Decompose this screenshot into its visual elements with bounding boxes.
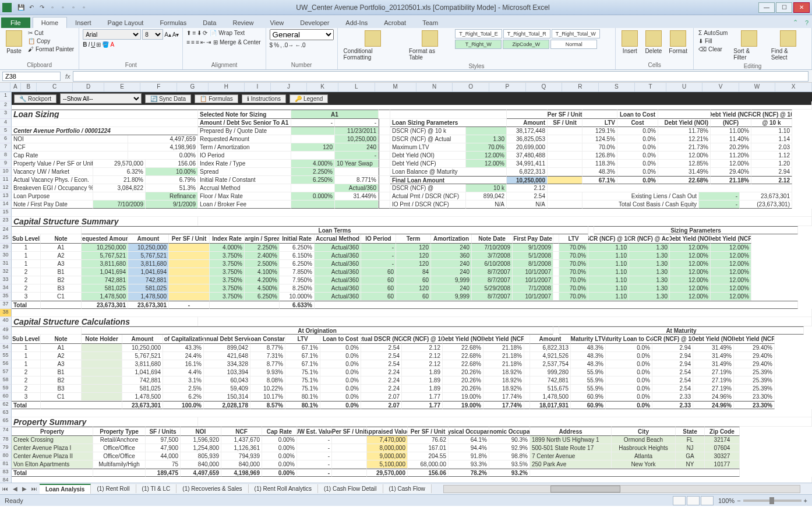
tab-pagelayout[interactable]: Page Layout — [100, 17, 152, 28]
tab-home[interactable]: Home — [33, 17, 67, 28]
tab-data[interactable]: Data — [195, 17, 224, 28]
normal-view-icon[interactable] — [673, 496, 686, 505]
sheet-tab[interactable]: (1) Rent Roll — [91, 484, 136, 493]
align-left-icon[interactable]: ≡ — [186, 39, 190, 45]
format-button[interactable]: Format — [666, 29, 690, 55]
insert-button[interactable]: Insert — [619, 29, 640, 55]
qa-icon[interactable]: ▫ — [48, 3, 57, 12]
cell-styles-gallery[interactable]: T_Right_Total_E T_Right_Total_R T_Right_… — [455, 29, 612, 49]
formula-input[interactable] — [73, 71, 809, 82]
table-row[interactable]: 32 2 B1 1,041,694 1,041,694 3.750% 4.100… — [0, 268, 812, 276]
align-top-icon[interactable]: ⬆ — [186, 30, 191, 36]
font-color-button[interactable]: A — [110, 41, 114, 48]
orientation-icon[interactable]: ⟳ — [203, 30, 207, 36]
comma-icon[interactable]: , — [280, 42, 282, 48]
inc-decimal-icon[interactable]: .0→ — [283, 42, 294, 48]
underline-button[interactable]: U — [91, 41, 95, 48]
italic-button[interactable]: I — [88, 41, 90, 48]
number-format-select[interactable]: General — [270, 29, 334, 40]
fill-button[interactable]: ⬇ Fill — [697, 37, 729, 45]
table-row[interactable]: 80 Center Avenue Plaza II Office/Office … — [0, 452, 812, 460]
sheet-tab-loan-analysis[interactable]: Loan Analysis — [40, 484, 91, 494]
horizontal-scrollbar[interactable] — [443, 485, 800, 493]
conditional-formatting-button[interactable]: Conditional Formatting — [341, 29, 404, 62]
font-size-select[interactable]: 8 — [142, 29, 163, 40]
fill-color-button[interactable]: 🪣 — [102, 41, 109, 48]
format-as-table-button[interactable]: Format as Table — [407, 29, 453, 62]
next-sheet-icon[interactable]: ▶ — [20, 486, 29, 492]
table-row[interactable]: 56 1 A3 3,811,680 16.1% 334,328 8.77% 67… — [0, 360, 812, 368]
sheet-tab[interactable]: (1) Cash Flow — [383, 484, 432, 493]
table-row[interactable]: 59 2 B3 581,025 2.5% 59,409 10.22% 75.1%… — [0, 385, 812, 393]
first-sheet-icon[interactable]: ⏮ — [0, 486, 10, 492]
wrap-text-button[interactable]: 📄 Wrap Text — [209, 29, 246, 37]
paste-button[interactable]: Paste — [3, 29, 24, 55]
table-row[interactable]: 55 1 A2 5,767,521 24.4% 421,648 7.31% 67… — [0, 352, 812, 360]
tab-insert[interactable]: Insert — [67, 17, 100, 28]
prev-sheet-icon[interactable]: ◀ — [10, 486, 20, 492]
align-middle-icon[interactable]: ≡ — [192, 30, 196, 36]
align-center-icon[interactable]: ≡ — [191, 39, 195, 45]
tab-team[interactable]: Team — [414, 17, 446, 28]
page-break-view-icon[interactable] — [701, 496, 714, 505]
dec-decimal-icon[interactable]: ←.0 — [295, 42, 305, 48]
fx-icon[interactable]: fx — [65, 73, 70, 80]
table-row[interactable]: 60 3 C1 1,478,500 6.2% 150,314 10.17% 80… — [0, 393, 812, 401]
table-row[interactable]: 78 Creek Crossing Retail/Anchore 97,500 … — [0, 436, 812, 444]
table-row[interactable]: 81 Von Elton Apartments Multifamily/High… — [0, 460, 812, 469]
help-icon[interactable]: ? — [802, 17, 812, 28]
table-row[interactable]: 54 1 A1 10,250,000 43.3% 899,042 8.77% 6… — [0, 344, 812, 352]
copy-button[interactable]: 📋 Copy — [27, 37, 75, 45]
undo-icon[interactable]: ↶ — [27, 3, 36, 12]
find-select-button[interactable]: Find & Select — [769, 29, 808, 62]
tab-developer[interactable]: Developer — [292, 17, 337, 28]
bold-button[interactable]: B — [83, 41, 87, 48]
decrease-font-icon[interactable]: A▾ — [172, 31, 179, 38]
table-row[interactable]: 79 Center Avenue Plaza I Office/Office 4… — [0, 444, 812, 452]
currency-icon[interactable]: $ — [270, 42, 273, 48]
tab-addins[interactable]: Add-Ins — [337, 17, 376, 28]
tab-file[interactable]: File — [1, 17, 30, 28]
sort-filter-button[interactable]: Sort & Filter — [731, 29, 767, 62]
align-right-icon[interactable]: ≡ — [196, 39, 199, 45]
table-row[interactable]: 31 1 A3 3,811,680 3,811,680 3.750% 2.500… — [0, 260, 812, 268]
table-row[interactable]: 34 2 B3 581,025 581,025 3.750% 4.500% 8.… — [0, 284, 812, 293]
qa-icon[interactable]: ▫ — [69, 3, 78, 12]
last-sheet-icon[interactable]: ⏭ — [29, 486, 40, 492]
increase-font-icon[interactable]: A▴ — [164, 31, 171, 38]
table-row[interactable]: 33 2 B2 742,881 742,881 3.750% 4.200% 7.… — [0, 276, 812, 284]
autosum-button[interactable]: Σ AutoSum — [697, 29, 729, 37]
maximize-button[interactable]: ☐ — [776, 2, 792, 13]
ribbon-minimize-icon[interactable]: ⌃ — [789, 17, 802, 28]
indent-inc-icon[interactable]: ⇥ — [206, 39, 211, 45]
delete-button[interactable]: Delete — [642, 29, 664, 55]
align-bottom-icon[interactable]: ⬇ — [197, 30, 202, 36]
sheet-tab[interactable]: (1) Rent Roll Analytics — [249, 484, 318, 493]
sheet-tab[interactable]: (1) TI & LC — [136, 484, 177, 493]
redo-icon[interactable]: ↷ — [37, 3, 47, 12]
name-box[interactable] — [2, 72, 61, 81]
zoom-level[interactable]: 100% — [718, 497, 735, 504]
indent-dec-icon[interactable]: ⇤ — [200, 39, 205, 45]
table-row[interactable]: 29 1 A1 10,250,000 10,250,000 4.000% 2.2… — [0, 244, 812, 252]
sheet-tab[interactable]: (1) Recoveries & Sales — [176, 484, 248, 493]
table-row[interactable]: 58 2 B2 742,881 3.1% 60,043 8.08% 75.1% … — [0, 377, 812, 385]
zoom-out-icon[interactable]: − — [737, 497, 740, 504]
clear-button[interactable]: ⌫ Clear — [697, 45, 729, 53]
tab-review[interactable]: Review — [224, 17, 262, 28]
table-row[interactable]: 30 1 A2 5,767,521 5,767,521 3.750% 2.400… — [0, 252, 812, 260]
table-row[interactable]: 35 3 C1 1,478,500 1,478,500 3.750% 6.250… — [0, 293, 812, 301]
worksheet-area[interactable]: 1 🔧 Rockport --Show All-- 🔄 Sync Data 📋 … — [0, 92, 812, 483]
save-icon[interactable]: 💾 — [16, 3, 26, 12]
sheet-tab[interactable]: (1) Cash Flow Detail — [318, 484, 383, 493]
font-name-select[interactable]: Arial — [83, 29, 141, 40]
zoom-in-icon[interactable]: + — [804, 497, 807, 504]
tab-view[interactable]: View — [262, 17, 292, 28]
minimize-button[interactable]: — — [758, 2, 775, 13]
table-row[interactable]: 57 2 B1 1,041,694 4.4% 103,394 9.93% 75.… — [0, 368, 812, 377]
format-painter-button[interactable]: 🖌 Format Painter — [27, 45, 75, 53]
close-button[interactable]: ✕ — [793, 2, 810, 13]
merge-button[interactable]: ⊞ Merge & Center — [212, 38, 262, 46]
border-button[interactable]: ⊞ — [96, 41, 101, 48]
zoom-slider[interactable] — [743, 500, 802, 502]
